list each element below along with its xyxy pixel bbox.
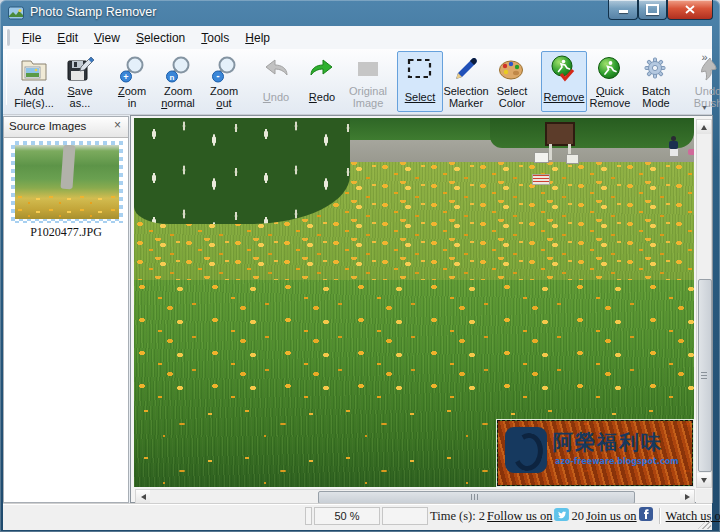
select-color-icon bbox=[497, 53, 527, 83]
facebook-icon[interactable] bbox=[639, 507, 653, 525]
toolbar: AddFile(s)...Saveas...+ZoominnZoomnormal… bbox=[3, 49, 712, 115]
quick-remove-button[interactable]: QuickRemove bbox=[587, 51, 633, 112]
redo-button[interactable]: Redo bbox=[299, 51, 345, 112]
photo-red-white-sign bbox=[532, 174, 550, 185]
source-images-header: Source Images × bbox=[4, 117, 128, 138]
quick-remove-icon bbox=[595, 53, 625, 83]
watch-us-link[interactable]: Watch us on bbox=[666, 509, 720, 524]
save-as-button[interactable]: Saveas... bbox=[57, 51, 103, 112]
thumbnail-image[interactable] bbox=[15, 145, 119, 219]
remove-label: Remove bbox=[544, 83, 585, 110]
zoom-normal-label: Zoomnormal bbox=[161, 83, 195, 110]
save-as-label: Saveas... bbox=[67, 83, 92, 110]
original-image-icon bbox=[353, 53, 383, 83]
zoom-level-value: 50 % bbox=[334, 510, 359, 522]
titlebar[interactable]: Photo Stamp Remover bbox=[0, 0, 720, 26]
menu-item-help[interactable]: Help bbox=[237, 28, 278, 48]
svg-text:n: n bbox=[170, 73, 175, 82]
panel-title: Source Images bbox=[9, 120, 86, 132]
photo-flowers-mid bbox=[134, 280, 694, 402]
photo-stamp-remover-window: Photo Stamp Remover FileEditViewSelectio… bbox=[0, 0, 720, 532]
scroll-left-button[interactable] bbox=[136, 490, 150, 504]
minimize-button[interactable] bbox=[608, 0, 638, 20]
selection-marker-label: SelectionMarker bbox=[443, 83, 488, 110]
batch-mode-button[interactable]: BatchMode bbox=[633, 51, 679, 112]
thumbnail-hill-path bbox=[60, 145, 75, 189]
thumbnail-selection-border[interactable] bbox=[11, 141, 123, 223]
select-button[interactable]: Select bbox=[397, 51, 443, 112]
photo-sign-leg bbox=[549, 144, 552, 160]
zoom-normal-icon: n bbox=[163, 53, 193, 83]
marching-ants-border bbox=[497, 420, 693, 486]
menu-item-tools[interactable]: Tools bbox=[193, 28, 237, 48]
minimize-icon bbox=[619, 10, 628, 13]
batch-mode-icon bbox=[641, 53, 671, 83]
statusbar-separator bbox=[659, 508, 660, 524]
twitter-icon[interactable] bbox=[554, 508, 569, 525]
source-images-panel: Source Images × P1020477.JPG bbox=[3, 116, 129, 503]
thumbnail-flowers bbox=[15, 193, 119, 219]
undo-icon bbox=[261, 53, 291, 83]
arrow-right-icon bbox=[685, 494, 690, 500]
status-bar: 50 % Time (s): 2Follow us on20Join us on… bbox=[3, 503, 712, 530]
zoom-in-label: Zoomin bbox=[118, 83, 146, 110]
scroll-right-button[interactable] bbox=[680, 490, 694, 504]
undo-label: Undo bbox=[263, 83, 289, 110]
scroll-down-button[interactable] bbox=[697, 473, 711, 487]
selection-marker-button[interactable]: SelectionMarker bbox=[443, 51, 489, 112]
menu-item-view[interactable]: View bbox=[86, 28, 128, 48]
batch-mode-label: BatchMode bbox=[642, 83, 670, 110]
toolbar-grip-handle[interactable] bbox=[6, 53, 7, 105]
photo-view[interactable]: 阿榮福利味 azo-freeware.blogspot.com bbox=[134, 118, 694, 487]
menu-item-edit[interactable]: Edit bbox=[49, 28, 86, 48]
statusbar-separator-panel bbox=[305, 507, 312, 525]
zoom-level-panel: 50 % bbox=[314, 507, 380, 525]
remove-icon bbox=[549, 53, 579, 83]
app-icon bbox=[8, 5, 24, 21]
quick-remove-label: QuickRemove bbox=[590, 83, 631, 110]
follow-us-link[interactable]: Follow us on bbox=[487, 509, 552, 524]
chevron-down-icon[interactable]: ▼ bbox=[701, 104, 708, 111]
select-icon bbox=[405, 53, 435, 83]
add-file-icon bbox=[19, 53, 49, 83]
zoom-out-icon: - bbox=[209, 53, 239, 83]
arrow-up-icon bbox=[701, 125, 707, 130]
horizontal-scrollbar[interactable] bbox=[135, 489, 695, 504]
menu-item-file[interactable]: File bbox=[14, 28, 49, 48]
original-image-label: OriginalImage bbox=[349, 83, 387, 110]
redo-label: Redo bbox=[309, 83, 335, 110]
chevron-right-icon[interactable]: » bbox=[701, 51, 707, 63]
select-color-button[interactable]: SelectColor bbox=[489, 51, 535, 112]
thumbnail-filename: P1020477.JPG bbox=[4, 225, 128, 240]
zoom-normal-button[interactable]: nZoomnormal bbox=[155, 51, 201, 112]
menu-bar: FileEditViewSelectionToolsHelp bbox=[3, 26, 712, 50]
arrow-down-icon bbox=[701, 478, 707, 483]
panel-close-icon[interactable]: × bbox=[110, 118, 125, 133]
remove-button[interactable]: Remove bbox=[541, 51, 587, 112]
zoom-out-label: Zoomout bbox=[210, 83, 238, 110]
zoom-in-button[interactable]: +Zoomin bbox=[109, 51, 155, 112]
photo-person bbox=[668, 136, 680, 158]
toolbar-overflow[interactable]: » ▼ bbox=[698, 51, 711, 111]
photo-bushes-right bbox=[490, 118, 694, 148]
maximize-icon bbox=[646, 4, 659, 15]
statusbar-empty-panel bbox=[382, 507, 428, 525]
photo-pink-bag bbox=[688, 149, 694, 155]
vertical-scrollbar-thumb[interactable] bbox=[698, 279, 712, 472]
zoom-out-button[interactable]: -Zoomout bbox=[201, 51, 247, 112]
scrollbar-corner bbox=[696, 489, 712, 504]
vertical-scrollbar[interactable] bbox=[696, 119, 712, 488]
join-us-link[interactable]: Join us on bbox=[586, 509, 637, 524]
watermark-selection-region[interactable]: 阿榮福利味 azo-freeware.blogspot.com bbox=[497, 420, 693, 486]
select-color-label: SelectColor bbox=[497, 83, 528, 110]
scroll-up-button[interactable] bbox=[697, 120, 711, 134]
menu-item-selection[interactable]: Selection bbox=[128, 28, 193, 48]
undo-button: Undo bbox=[253, 51, 299, 112]
time-elapsed-extra: 20 bbox=[571, 509, 584, 524]
menubar-grip-handle[interactable] bbox=[6, 29, 10, 45]
close-icon bbox=[685, 5, 695, 14]
add-files-button[interactable]: AddFile(s)... bbox=[11, 51, 57, 112]
maximize-button[interactable] bbox=[638, 0, 667, 20]
close-button[interactable] bbox=[667, 0, 713, 20]
photo-small-sign bbox=[534, 152, 549, 163]
